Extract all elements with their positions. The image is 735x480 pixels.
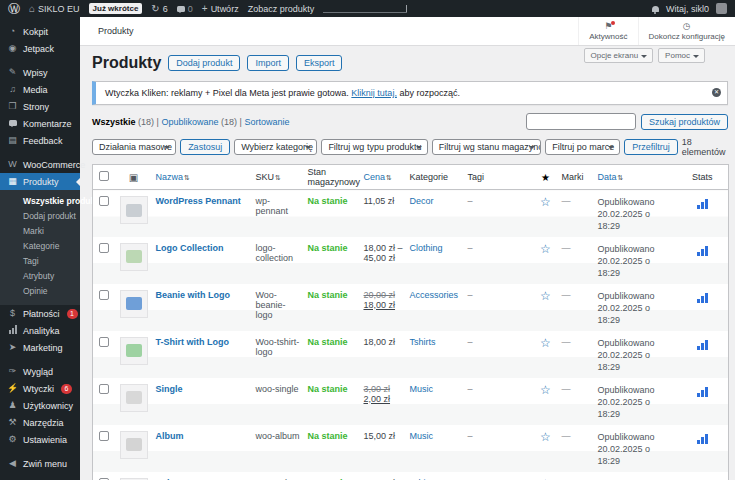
view-all-link[interactable]: Wszystkie (92, 117, 136, 127)
product-category-link[interactable]: Decor (410, 196, 434, 206)
sidebar-item-pages[interactable]: ❐Strony (0, 98, 80, 115)
product-name-link[interactable]: WordPress Pennant (156, 196, 241, 206)
sidebar-item-settings[interactable]: ⚙Ustawienia (0, 431, 80, 448)
wordpress-logo-menu[interactable]: Ⓦ (8, 3, 20, 15)
stock-status-filter-select[interactable]: Filtruj wg stanu magazynow (432, 139, 542, 155)
user-avatar[interactable] (716, 3, 727, 14)
comments-menu[interactable]: 0 (177, 4, 193, 14)
feature-star-icon[interactable]: ☆ (540, 289, 551, 303)
product-thumbnail[interactable] (120, 196, 148, 224)
submenu-reviews[interactable]: Opinie (0, 284, 80, 299)
feature-star-icon[interactable]: ☆ (540, 477, 551, 480)
brand-filter-select[interactable]: Filtruj po marce (545, 139, 620, 155)
stats-icon[interactable] (697, 293, 708, 303)
select-all-checkbox[interactable] (99, 171, 109, 181)
sidebar-item-woocommerce[interactable]: WWooCommerce (0, 156, 80, 173)
sidebar-collapse-menu[interactable]: ◀Zwiń menu (0, 455, 80, 472)
product-category-link[interactable]: Tshirts (410, 337, 436, 347)
bulk-actions-select[interactable]: Działania masowe (92, 139, 176, 155)
sidebar-label: Produkty (23, 177, 59, 187)
notice-link[interactable]: Kliknij tutaj, (351, 88, 397, 98)
product-category-link[interactable]: Clothing (410, 243, 443, 253)
sidebar-item-tools[interactable]: ⚒Narzędzia (0, 414, 80, 431)
sidebar-item-products[interactable]: ▦Produkty (0, 173, 80, 190)
sidebar-item-jetpack[interactable]: ◉Jetpack (0, 40, 80, 57)
feature-star-icon[interactable]: ☆ (540, 383, 551, 397)
submenu-categories[interactable]: Kategorie (0, 239, 80, 254)
column-header-name[interactable]: Nazwa⇅ (153, 165, 253, 190)
feature-star-icon[interactable]: ☆ (540, 242, 551, 256)
dismiss-notice-icon[interactable]: ✕ (712, 88, 721, 97)
screen-options-button[interactable]: Opcje ekranu (584, 48, 654, 63)
search-products-input[interactable] (526, 113, 636, 130)
view-sorting-link[interactable]: Sortowanie (244, 117, 289, 127)
feature-star-icon[interactable]: ☆ (540, 430, 551, 444)
stats-icon[interactable] (697, 199, 708, 209)
stats-icon[interactable] (697, 340, 708, 350)
submenu-all-products[interactable]: Wszystkie produkty (0, 194, 80, 209)
submenu-brands[interactable]: Marki (0, 224, 80, 239)
product-thumbnail[interactable] (120, 384, 148, 412)
dashboard-icon: ◔ (7, 27, 18, 36)
product-name-link[interactable]: Logo Collection (156, 243, 224, 253)
activity-button[interactable]: ⚑Aktywność (578, 17, 637, 45)
product-thumbnail[interactable] (120, 243, 148, 271)
sidebar-item-feedback[interactable]: ▤Feedback (0, 132, 80, 149)
import-button[interactable]: Import (247, 55, 289, 71)
sidebar-item-users[interactable]: ♟Użytkownicy (0, 397, 80, 414)
sidebar-item-analytics[interactable]: Analityka (0, 322, 80, 339)
notifications-bell-icon[interactable] (652, 6, 659, 12)
sidebar-item-posts[interactable]: ✎Wpisy (0, 64, 80, 81)
sidebar-item-payments[interactable]: $Płatności1 (0, 305, 80, 322)
sidebar-item-comments[interactable]: Komentarze (0, 115, 80, 132)
admin-bar-input[interactable] (323, 4, 407, 13)
product-category-link[interactable]: Accessories (410, 290, 459, 300)
submenu-attributes[interactable]: Atrybuty (0, 269, 80, 284)
sidebar-item-appearance[interactable]: ✑Wygląd (0, 363, 80, 380)
search-products-button[interactable]: Szukaj produktów (641, 114, 728, 130)
product-name-link[interactable]: Album (156, 431, 184, 441)
submenu-tags[interactable]: Tagi (0, 254, 80, 269)
column-header-date[interactable]: Data⇅ (595, 165, 677, 190)
column-header-price[interactable]: Cena⇅ (361, 165, 407, 190)
view-products-link[interactable]: Zobacz produkty (248, 4, 315, 14)
row-checkbox[interactable] (99, 196, 109, 206)
sidebar-item-marketing[interactable]: ➤Marketing (0, 339, 80, 356)
row-checkbox[interactable] (99, 290, 109, 300)
product-name-link[interactable]: Single (156, 384, 183, 394)
stats-icon[interactable] (697, 387, 708, 397)
updates-menu[interactable]: ↻6 (151, 4, 167, 14)
product-thumbnail[interactable] (120, 431, 148, 459)
sidebar-item-media[interactable]: ♫Media (0, 81, 80, 98)
category-filter-select[interactable]: Wybierz kategorię (234, 139, 317, 155)
row-checkbox[interactable] (99, 243, 109, 253)
export-button[interactable]: Eksport (296, 55, 343, 71)
product-name-link[interactable]: Beanie with Logo (156, 290, 231, 300)
view-published-link[interactable]: Opublikowane (161, 117, 218, 127)
product-type-filter-select[interactable]: Filtruj wg typu produktu (321, 139, 427, 155)
product-thumbnail[interactable] (120, 337, 148, 365)
submenu-add-product[interactable]: Dodaj produkt (0, 209, 80, 224)
finish-setup-button[interactable]: ◷Dokończ konfigurację (638, 17, 735, 45)
product-thumbnail[interactable] (120, 290, 148, 318)
sidebar-item-dashboard[interactable]: ◔Kokpit (0, 23, 80, 40)
new-content-menu[interactable]: +Utwórz (202, 4, 239, 14)
stats-icon[interactable] (697, 246, 708, 256)
stats-icon[interactable] (697, 434, 708, 444)
row-checkbox[interactable] (99, 384, 109, 394)
product-category-link[interactable]: Music (410, 384, 434, 394)
help-button[interactable]: Pomoc (658, 48, 705, 63)
add-product-button[interactable]: Dodaj produkt (168, 55, 240, 71)
product-category-link[interactable]: Music (410, 431, 434, 441)
site-name-link[interactable]: ⌂SIKLO EU (29, 4, 80, 14)
row-checkbox[interactable] (99, 337, 109, 347)
feature-star-icon[interactable]: ☆ (540, 195, 551, 209)
sidebar-item-plugins[interactable]: ⚡Wtyczki6 (0, 380, 80, 397)
user-greeting[interactable]: Witaj, sikl0 (666, 4, 709, 14)
apply-button[interactable]: Zastosuj (180, 139, 230, 155)
row-checkbox[interactable] (99, 431, 109, 441)
column-header-sku[interactable]: SKU⇅ (253, 165, 305, 190)
filter-button[interactable]: Przefiltruj (624, 139, 678, 155)
feature-star-icon[interactable]: ☆ (540, 336, 551, 350)
product-name-link[interactable]: T-Shirt with Logo (156, 337, 230, 347)
